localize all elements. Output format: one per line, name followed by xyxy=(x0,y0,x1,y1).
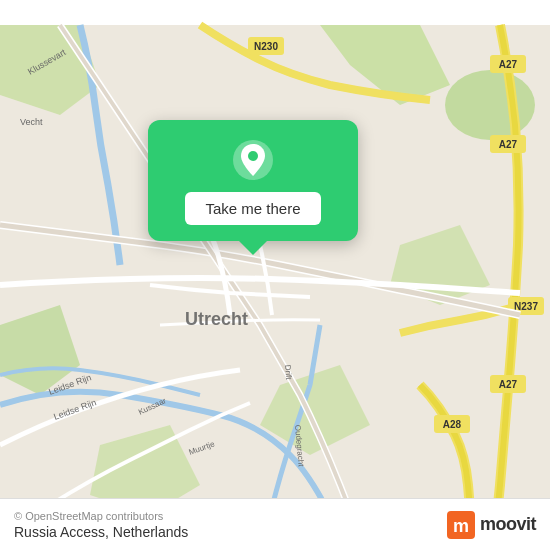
svg-text:Drift: Drift xyxy=(283,364,293,380)
map-background: A27 A27 A27 N230 N237 A28 xyxy=(0,0,550,550)
svg-point-30 xyxy=(248,151,258,161)
svg-text:Utrecht: Utrecht xyxy=(185,309,248,329)
svg-text:A28: A28 xyxy=(443,419,462,430)
location-label: Russia Access, Netherlands xyxy=(14,524,188,540)
moovit-logo: m moovit xyxy=(447,511,536,539)
svg-text:Vecht: Vecht xyxy=(20,117,43,127)
svg-point-3 xyxy=(445,70,535,140)
bottom-bar: © OpenStreetMap contributors Russia Acce… xyxy=(0,498,550,550)
svg-text:A27: A27 xyxy=(499,139,518,150)
moovit-label: moovit xyxy=(480,514,536,535)
copyright-text: © OpenStreetMap contributors xyxy=(14,510,188,522)
location-pin-icon xyxy=(231,138,275,182)
take-me-there-button[interactable]: Take me there xyxy=(185,192,320,225)
map-popup: Take me there xyxy=(148,120,358,241)
moovit-icon: m xyxy=(447,511,475,539)
map-container: A27 A27 A27 N230 N237 A28 xyxy=(0,0,550,550)
svg-text:N230: N230 xyxy=(254,41,278,52)
bottom-info: © OpenStreetMap contributors Russia Acce… xyxy=(14,510,188,540)
svg-text:A27: A27 xyxy=(499,379,518,390)
svg-text:N237: N237 xyxy=(514,301,538,312)
svg-text:A27: A27 xyxy=(499,59,518,70)
svg-text:m: m xyxy=(453,516,469,536)
